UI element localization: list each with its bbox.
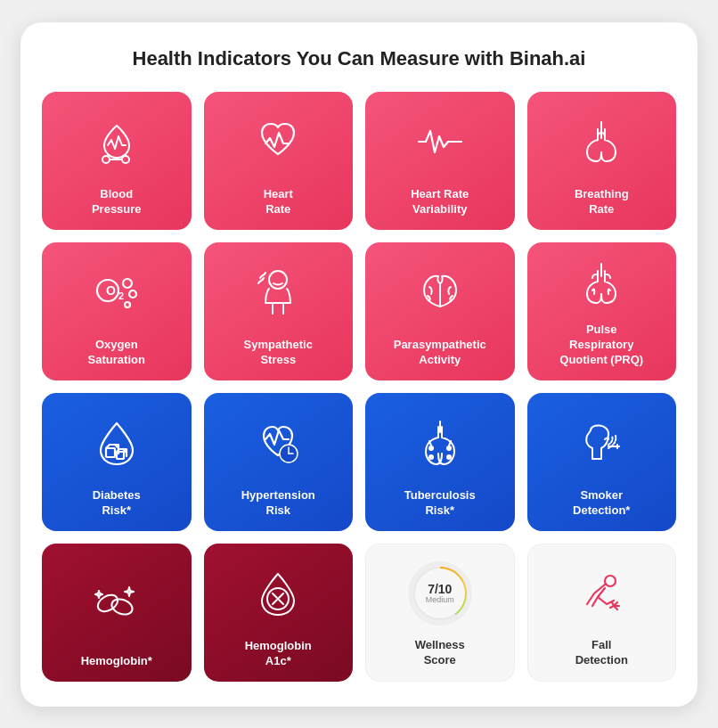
svg-point-33 xyxy=(110,596,135,617)
hemoglobin-a1c-label: HemoglobinA1c* xyxy=(245,639,312,669)
hemoglobin-a1c-icon xyxy=(213,556,345,632)
svg-point-2 xyxy=(122,156,129,163)
fall-detection-icon xyxy=(537,557,667,631)
wellness-score-label: Medium xyxy=(426,595,454,604)
tile-hemoglobin-a1c[interactable]: HemoglobinA1c* xyxy=(204,544,354,682)
tile-blood-pressure[interactable]: BloodPressure xyxy=(42,92,192,230)
heart-rate-icon xyxy=(213,104,345,180)
wellness-inner: 7/10 Medium xyxy=(415,568,465,618)
wellness-label: WellnessScore xyxy=(415,638,465,668)
wellness-gauge: 7/10 Medium xyxy=(408,561,472,626)
hrv-label: Heart RateVariability xyxy=(411,187,469,217)
blood-pressure-icon xyxy=(51,104,183,180)
parasympathetic-label: ParasympatheticActivity xyxy=(394,338,486,368)
fall-detection-label: FallDetection xyxy=(575,638,628,668)
breathing-rate-icon xyxy=(536,104,668,180)
svg-text:O: O xyxy=(106,283,116,298)
breathing-rate-label: BreathingRate xyxy=(575,187,629,217)
tile-hemoglobin[interactable]: Hemoglobin* xyxy=(42,544,192,682)
diabetes-icon xyxy=(51,405,183,481)
svg-rect-16 xyxy=(106,448,115,457)
hemoglobin-label: Hemoglobin* xyxy=(81,654,152,669)
hypertension-icon xyxy=(213,405,345,481)
svg-text:2: 2 xyxy=(118,290,124,301)
tile-tuberculosis[interactable]: TuberculosisRisk* xyxy=(365,393,515,531)
tile-hrv[interactable]: Heart RateVariability xyxy=(365,92,515,230)
svg-point-9 xyxy=(123,279,132,288)
svg-point-26 xyxy=(428,454,434,460)
blood-pressure-label: BloodPressure xyxy=(92,187,142,217)
svg-point-37 xyxy=(605,576,616,586)
oxygen-label: OxygenSaturation xyxy=(88,338,145,368)
tile-wellness[interactable]: 7/10 Medium WellnessScore xyxy=(365,544,515,682)
smoker-icon xyxy=(536,405,668,481)
hypertension-label: HypertensionRisk xyxy=(241,488,315,519)
tuberculosis-icon xyxy=(374,405,506,481)
hrv-icon xyxy=(374,104,506,180)
page-title: Health Indicators You Can Measure with B… xyxy=(42,47,676,70)
tile-parasympathetic[interactable]: ParasympatheticActivity xyxy=(365,242,515,380)
tile-heart-rate[interactable]: HeartRate xyxy=(204,92,354,230)
smoker-label: SmokerDetection* xyxy=(573,488,630,519)
tile-breathing-rate[interactable]: BreathingRate xyxy=(527,92,677,230)
svg-point-11 xyxy=(125,302,130,307)
tile-oxygen[interactable]: O 2 OxygenSaturation xyxy=(42,242,192,380)
tile-smoker[interactable]: SmokerDetection* xyxy=(527,393,677,531)
svg-point-27 xyxy=(446,454,452,460)
oxygen-icon: O 2 xyxy=(51,255,183,331)
wellness-icon: 7/10 Medium xyxy=(375,557,505,631)
tile-fall-detection[interactable]: FallDetection xyxy=(527,544,677,682)
tuberculosis-label: TuberculosisRisk* xyxy=(404,488,476,519)
hemoglobin-icon xyxy=(51,556,183,647)
prq-icon xyxy=(536,255,668,315)
main-card: Health Indicators You Can Measure with B… xyxy=(20,22,698,707)
heart-rate-label: HeartRate xyxy=(264,187,293,217)
svg-point-0 xyxy=(102,156,110,163)
tile-prq[interactable]: PulseRespiratoryQuotient (PRQ) xyxy=(527,242,677,380)
stress-label: SympatheticStress xyxy=(244,338,313,368)
brain-icon xyxy=(374,255,506,331)
tile-diabetes[interactable]: DiabetesRisk* xyxy=(42,393,192,531)
indicators-grid: BloodPressure HeartRate Heart RateVar xyxy=(42,92,676,682)
tile-hypertension[interactable]: HypertensionRisk xyxy=(204,393,354,531)
prq-label: PulseRespiratoryQuotient (PRQ) xyxy=(559,323,643,368)
svg-point-12 xyxy=(269,271,287,289)
diabetes-label: DiabetesRisk* xyxy=(93,488,141,519)
svg-point-10 xyxy=(129,290,136,298)
wellness-score: 7/10 xyxy=(428,583,452,595)
stress-icon xyxy=(213,255,345,331)
tile-stress[interactable]: SympatheticStress xyxy=(204,242,354,380)
